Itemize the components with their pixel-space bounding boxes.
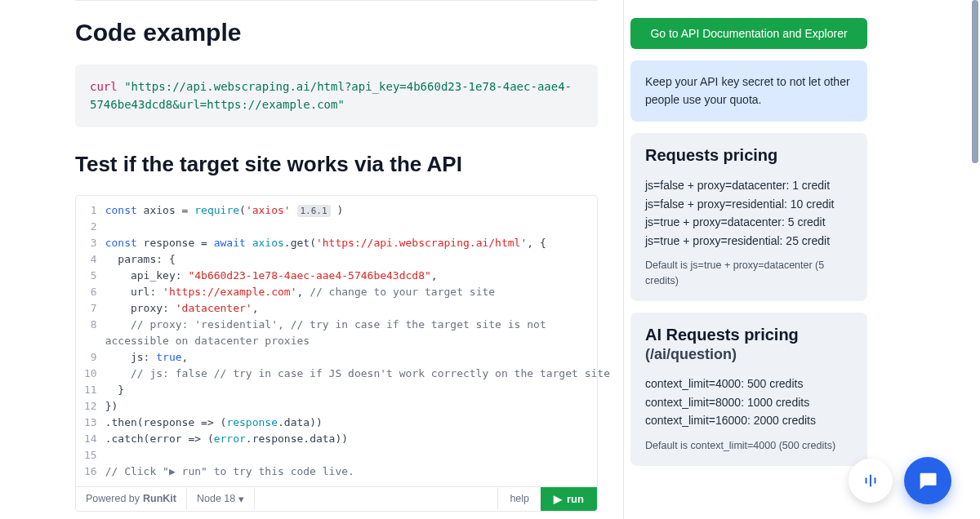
code-example-heading: Code example <box>75 19 598 47</box>
help-link[interactable]: help <box>497 488 541 509</box>
ai-pricing-body: context_limit=4000: 500 credits context_… <box>645 375 853 429</box>
bars-icon <box>862 472 880 490</box>
play-icon: ▶ <box>554 493 562 505</box>
curl-url: "https://api.webscraping.ai/html?api_key… <box>90 80 572 111</box>
version-badge[interactable]: 1.6.1 <box>297 205 331 217</box>
line-gutter: 1 2 3 4 5 6 7 8 9 10 11 12 13 14 15 16 <box>76 202 105 480</box>
top-divider <box>75 0 598 1</box>
sidebar: Go to API Documentation and Explorer Kee… <box>630 0 908 519</box>
scrollbar-thumb[interactable] <box>972 0 978 163</box>
requests-pricing-footnote: Default is js=true + proxy=datacenter (5… <box>645 258 853 289</box>
run-button[interactable]: ▶ run <box>541 487 597 511</box>
requests-pricing-title: Requests pricing <box>645 146 853 165</box>
curl-code-block: curl "https://api.webscraping.ai/html?ap… <box>75 64 598 127</box>
runkit-link[interactable]: Powered by RunKit <box>76 488 187 509</box>
requests-pricing-body: js=false + proxy=datacenter: 1 credit js… <box>645 176 853 250</box>
chat-icon <box>916 469 939 492</box>
api-docs-button[interactable]: Go to API Documentation and Explorer <box>630 18 867 49</box>
curl-keyword: curl <box>90 80 124 93</box>
ai-pricing-footnote: Default is context_limit=4000 (500 credi… <box>645 438 853 454</box>
code-editor[interactable]: 1 2 3 4 5 6 7 8 9 10 11 12 13 14 15 16 <box>75 195 598 512</box>
test-site-heading: Test if the target site works via the AP… <box>75 152 598 177</box>
node-version-selector[interactable]: Node 18▾ <box>187 488 255 510</box>
api-key-note: Keep your API key secret to not let othe… <box>630 60 867 122</box>
voice-button[interactable] <box>849 459 893 503</box>
ai-pricing-title: AI Requests pricing (/ai/question) <box>645 326 853 363</box>
chevron-down-icon: ▾ <box>238 493 244 505</box>
chat-button[interactable] <box>904 457 951 504</box>
code-content[interactable]: const axios = require('axios' 1.6.1 ) co… <box>105 202 618 480</box>
editor-footer: Powered by RunKit Node 18▾ help ▶ run <box>76 486 597 511</box>
requests-pricing-card: Requests pricing js=false + proxy=datace… <box>630 133 867 301</box>
ai-pricing-card: AI Requests pricing (/ai/question) conte… <box>630 313 867 466</box>
vertical-divider <box>623 0 624 519</box>
main-content: Code example curl "https://api.webscrapi… <box>75 0 630 519</box>
